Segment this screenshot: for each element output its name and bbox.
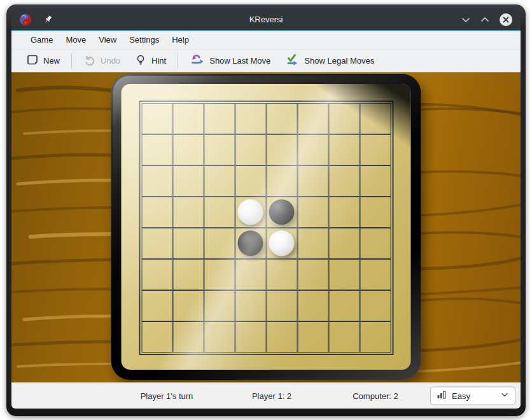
board-cell[interactable] [141, 134, 172, 165]
board-cell[interactable] [328, 259, 360, 290]
board-cell[interactable] [360, 259, 391, 290]
board-cell[interactable] [297, 228, 328, 259]
board-cell[interactable] [266, 228, 297, 259]
board-cell[interactable] [235, 197, 266, 228]
board-cell[interactable] [266, 259, 297, 290]
last-move-icon [190, 52, 205, 69]
window-title: KReversi [11, 15, 521, 24]
board-cell[interactable] [328, 165, 360, 197]
board-cell[interactable] [360, 228, 391, 259]
undo-button[interactable]: Undo [76, 52, 127, 71]
undo-icon [83, 53, 96, 68]
board-cell[interactable] [297, 165, 328, 197]
show-last-move-button[interactable]: Show Last Move [183, 52, 277, 71]
close-button[interactable] [499, 13, 513, 27]
board-cell[interactable] [360, 165, 391, 197]
board-cell[interactable] [172, 228, 204, 259]
show-legal-moves-button[interactable]: Show Legal Moves [277, 52, 381, 71]
board-cell[interactable] [141, 228, 172, 259]
chevron-down-icon [500, 390, 509, 401]
board-cell[interactable] [297, 103, 328, 134]
board-cell[interactable] [204, 103, 235, 134]
board-cell[interactable] [360, 290, 391, 321]
board-cell[interactable] [172, 321, 204, 353]
board-cell[interactable] [266, 321, 297, 353]
legal-moves-icon [284, 52, 300, 69]
black-piece [269, 199, 295, 225]
board-cell[interactable] [297, 259, 328, 290]
board-cell[interactable] [235, 134, 266, 165]
board-cell[interactable] [204, 290, 235, 321]
white-piece [269, 230, 295, 256]
titlebar[interactable]: KReversi [11, 9, 521, 30]
board-cell[interactable] [360, 134, 391, 165]
menu-game[interactable]: Game [24, 31, 59, 49]
board-cell[interactable] [204, 228, 235, 259]
board-cell[interactable] [328, 228, 360, 259]
hint-button[interactable]: Hint [127, 52, 173, 71]
menu-view[interactable]: View [92, 31, 123, 49]
board-cell[interactable] [141, 103, 172, 134]
game-area [11, 73, 521, 382]
board-cell[interactable] [297, 134, 328, 165]
board-cell[interactable] [204, 321, 235, 353]
difficulty-bars-icon [437, 389, 447, 402]
board-cell[interactable] [204, 197, 235, 228]
difficulty-value: Easy [452, 391, 495, 400]
board-cell[interactable] [172, 134, 204, 165]
board-cell[interactable] [141, 259, 172, 290]
board-cell[interactable] [266, 165, 297, 197]
board-cell[interactable] [204, 165, 235, 197]
toolbar-separator [71, 53, 72, 69]
board-cell[interactable] [141, 165, 172, 197]
board-cell[interactable] [172, 259, 204, 290]
board-cell[interactable] [360, 197, 391, 228]
undo-button-label: Undo [101, 56, 120, 66]
new-button[interactable]: New [19, 52, 67, 71]
board-cell[interactable] [172, 165, 204, 197]
menu-move[interactable]: Move [59, 31, 92, 49]
difficulty-select[interactable]: Easy [430, 386, 515, 405]
app-yinyang-icon[interactable] [19, 13, 32, 26]
maximize-button[interactable] [480, 15, 490, 25]
board-grid-frame [139, 101, 393, 355]
board-cell[interactable] [266, 197, 297, 228]
board-cell[interactable] [235, 321, 266, 353]
pin-icon[interactable] [42, 14, 53, 25]
board-cell[interactable] [235, 103, 266, 134]
hint-lightbulb-icon [134, 53, 147, 68]
menu-help[interactable]: Help [165, 31, 195, 49]
new-document-icon [26, 53, 39, 68]
menubar: Game Move View Settings Help [11, 31, 521, 49]
board-panel [122, 84, 411, 370]
board-cell[interactable] [266, 103, 297, 134]
board-cell[interactable] [328, 103, 360, 134]
board-cell[interactable] [328, 134, 360, 165]
board-cell[interactable] [266, 134, 297, 165]
menu-settings[interactable]: Settings [123, 31, 165, 49]
board-cell[interactable] [141, 197, 172, 228]
board-cell[interactable] [360, 103, 391, 134]
board-cell[interactable] [141, 290, 172, 321]
minimize-button[interactable] [461, 15, 471, 25]
board-cell[interactable] [235, 165, 266, 197]
board-cell[interactable] [297, 197, 328, 228]
board-cell[interactable] [235, 228, 266, 259]
board-cell[interactable] [204, 134, 235, 165]
board-cell[interactable] [235, 259, 266, 290]
board-cell[interactable] [172, 290, 204, 321]
board-cell[interactable] [235, 290, 266, 321]
board-cell[interactable] [266, 290, 297, 321]
board-cell[interactable] [328, 290, 360, 321]
board-cell[interactable] [141, 321, 172, 353]
board-cell[interactable] [328, 197, 360, 228]
board-cell[interactable] [172, 197, 204, 228]
toolbar-separator [178, 53, 178, 69]
board-cell[interactable] [297, 321, 328, 353]
board-cell[interactable] [204, 259, 235, 290]
reversi-board [111, 74, 421, 380]
board-cell[interactable] [360, 321, 391, 353]
board-cell[interactable] [328, 321, 360, 353]
board-cell[interactable] [297, 290, 328, 321]
board-cell[interactable] [172, 103, 204, 134]
